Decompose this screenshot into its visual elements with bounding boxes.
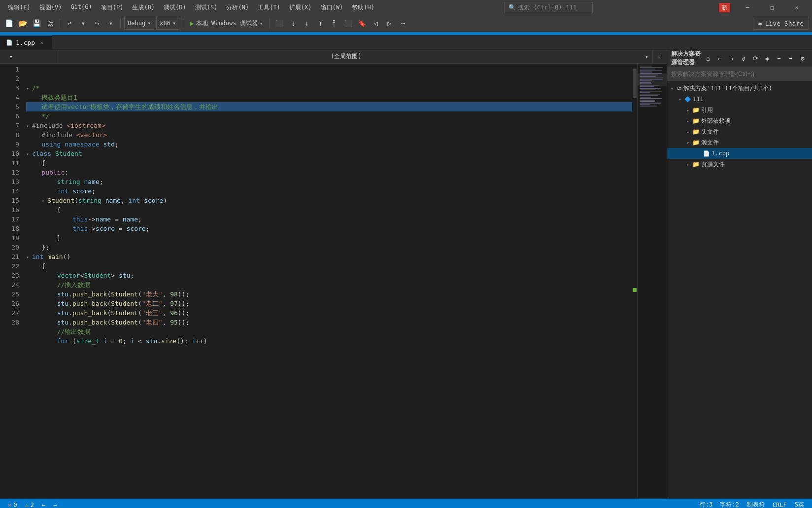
minimize-button[interactable]: ─ — [736, 0, 759, 15]
source-icon: 📁 — [692, 139, 700, 146]
toolbar-extra-3[interactable]: ◁ — [370, 17, 381, 29]
status-nav-back[interactable]: ← — [38, 499, 49, 508]
se-btn-refresh[interactable]: ⟳ — [750, 53, 761, 64]
se-btn-settings[interactable]: ⚙ — [797, 53, 808, 64]
menu-window[interactable]: 窗口(W) — [317, 1, 347, 14]
step-over-button[interactable]: ⤵ — [287, 17, 299, 29]
toolbar-extra-2[interactable]: ⬛ — [342, 17, 354, 29]
step-in-button[interactable]: ↓ — [301, 17, 312, 29]
undo-dropdown[interactable]: ▾ — [77, 17, 89, 29]
resources-label: 资源文件 — [701, 160, 725, 169]
status-row-col[interactable]: 行:3 字符:2 — [696, 501, 743, 508]
code-line: ▾#include <iostream> — [26, 121, 632, 130]
code-editor-container: 1234567891011121314151617181920212223242… — [0, 64, 667, 499]
live-share-button[interactable]: ⇋ Live Share — [753, 17, 809, 30]
se-btn-home[interactable]: ⌂ — [703, 53, 713, 64]
open-file-button[interactable]: 📂 — [17, 17, 29, 29]
se-btn-forward[interactable]: → — [726, 53, 737, 64]
save-all-button[interactable]: 🗂 — [44, 17, 56, 29]
tab-close-button[interactable]: ✕ — [38, 39, 46, 47]
status-nav-forward[interactable]: → — [49, 499, 61, 508]
new-file-button[interactable]: 📄 — [3, 17, 15, 29]
menu-extensions[interactable]: 扩展(X) — [285, 1, 316, 14]
menu-project[interactable]: 项目(P) — [97, 1, 128, 14]
menu-debug[interactable]: 调试(D) — [160, 1, 190, 14]
title-bar: 编辑(E) 视图(V) Git(G) 项目(P) 生成(B) 调试(D) 测试(… — [0, 0, 812, 15]
menu-tools[interactable]: 工具(T) — [254, 1, 284, 14]
se-btn-new[interactable]: ✱ — [762, 53, 773, 64]
close-button[interactable]: ✕ — [785, 0, 808, 15]
code-line: { — [26, 205, 632, 215]
menu-git[interactable]: Git(G) — [67, 1, 96, 14]
project-number: 111 — [566, 4, 576, 11]
status-line-ending[interactable]: CRLF — [769, 502, 791, 508]
redo-dropdown[interactable]: ▾ — [105, 17, 117, 29]
maximize-button[interactable]: □ — [761, 0, 783, 15]
resources-icon: 📁 — [692, 161, 700, 168]
run-button[interactable]: ▶ 本地 Windows 调试器 ▾ — [187, 17, 266, 30]
solution-icon: 🗂 — [677, 85, 682, 92]
status-bar: ✕ 0 ⚠ 2 ← → 行:3 字符:2 制表符 CRLF S英 — [0, 499, 812, 508]
status-errors[interactable]: ✕ 0 — [4, 499, 21, 508]
bookmark-button[interactable]: 🔖 — [356, 17, 368, 29]
breakpoint-button[interactable]: ⬛ — [273, 17, 285, 29]
toolbar-extra-1[interactable]: ⭱ — [328, 17, 340, 29]
scroll-thumb[interactable] — [633, 69, 637, 98]
status-insert-mode[interactable]: 制表符 — [743, 501, 769, 508]
menu-analyze[interactable]: 分析(N) — [222, 1, 253, 14]
tab-file-icon: 📄 — [6, 39, 13, 46]
code-line: 模板类题目1 — [26, 93, 632, 102]
tab-1cpp[interactable]: 📄 1.cpp ✕ — [0, 36, 52, 49]
status-warnings[interactable]: ⚠ 2 — [21, 499, 37, 508]
save-button[interactable]: 💾 — [31, 17, 42, 29]
menu-view[interactable]: 视图(V) — [35, 1, 66, 14]
editor-area: ▾ (全局范围) ▾ + 123456789101112131415161718… — [0, 50, 667, 499]
error-count: 0 — [13, 502, 17, 508]
search-placeholder: 搜索 (Ctrl+Q) — [518, 3, 562, 12]
se-btn-sync[interactable]: ↺ — [738, 53, 749, 64]
tree-solution-root[interactable]: ▾ 🗂 解决方案'111'(1个项目/共1个) — [667, 83, 812, 94]
menu-build[interactable]: 生成(B) — [128, 1, 159, 14]
tree-file-1cpp[interactable]: 📄 1.cpp — [667, 148, 812, 159]
se-btn-arrow-forward[interactable]: ➡ — [785, 53, 796, 64]
status-ime[interactable]: S英 — [791, 501, 808, 508]
menu-edit[interactable]: 编辑(E) — [4, 1, 34, 14]
se-btn-back[interactable]: ← — [714, 53, 725, 64]
undo-button[interactable]: ↩ — [64, 17, 75, 29]
solution-search-bar[interactable] — [667, 67, 812, 81]
code-editor[interactable]: 1234567891011121314151617181920212223242… — [0, 64, 637, 499]
tree-headers[interactable]: ▸ 📁 头文件 — [667, 126, 812, 137]
line-numbers: 1234567891011121314151617181920212223242… — [0, 64, 22, 499]
step-out-button[interactable]: ↑ — [314, 17, 326, 29]
debug-config-dropdown[interactable]: Debug ▾ — [124, 17, 154, 30]
scope-add-button[interactable]: + — [653, 50, 667, 63]
tree-external-deps[interactable]: ▸ 📁 外部依赖项 — [667, 115, 812, 126]
platform-dropdown[interactable]: x86 ▾ — [156, 17, 179, 30]
external-label: 外部依赖项 — [701, 117, 731, 125]
scope-left-arrow: ▾ — [9, 53, 13, 60]
code-content[interactable]: ▾/* 模板类题目1 试着使用vector模板类，存储学生的成绩和姓名信息，并输… — [22, 64, 632, 499]
scope-left-dropdown[interactable]: ▾ — [0, 50, 59, 63]
debug-config-label: Debug — [128, 20, 145, 27]
scope-right-dropdown[interactable]: ▾ — [633, 50, 653, 63]
menu-help[interactable]: 帮助(H) — [348, 1, 378, 14]
title-search-box[interactable]: 🔍 搜索 (Ctrl+Q) 111 — [504, 2, 593, 13]
toolbar-extra-5[interactable]: ⋯ — [397, 17, 409, 29]
se-btn-arrow-back[interactable]: ⬅ — [774, 53, 784, 64]
tree-references[interactable]: ▸ 📁 引用 — [667, 105, 812, 115]
file-1cpp-label: 1.cpp — [711, 150, 729, 157]
run-label: 本地 Windows 调试器 — [196, 19, 258, 28]
scope-right-arrow: ▾ — [645, 53, 648, 60]
tree-source-files[interactable]: ▾ 📁 源文件 — [667, 137, 812, 148]
toolbar-extra-4[interactable]: ▷ — [383, 17, 395, 29]
window-controls: 新 ─ □ ✕ — [719, 0, 808, 15]
redo-button[interactable]: ↪ — [91, 17, 103, 29]
solution-search-input[interactable] — [671, 71, 808, 77]
tab-bar: 📄 1.cpp ✕ — [0, 35, 812, 50]
live-share-label: Live Share — [765, 20, 804, 27]
editor-scrollbar[interactable] — [632, 64, 637, 499]
menu-test[interactable]: 测试(S) — [191, 1, 222, 14]
code-line: ▾class Student — [26, 149, 632, 158]
tree-project[interactable]: ▾ 🔷 111 — [667, 94, 812, 105]
tree-resources[interactable]: ▸ 📁 资源文件 — [667, 159, 812, 170]
